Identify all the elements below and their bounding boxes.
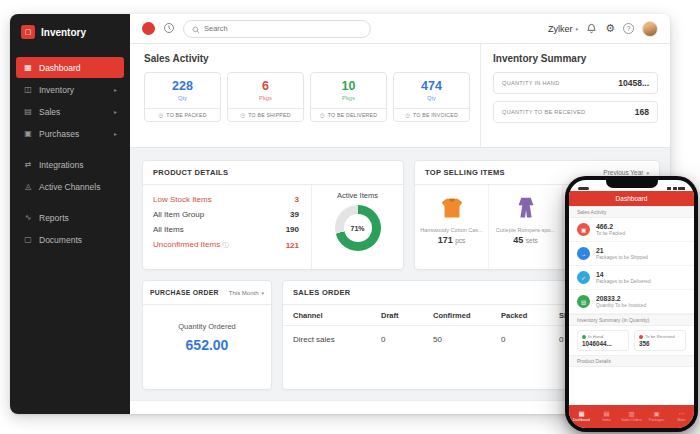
phone-row-value: 20833.2 [596,295,646,304]
phone-mockup: Dashboard Sales Activity ▣ 466.2 To be P… [565,176,698,432]
row-value: 190 [286,225,299,234]
active-items-panel: Active Items 71% [312,185,403,269]
phone-activity-row: ▤ 20833.2 Quantity To be Invoiced [569,290,694,314]
stat-label-text: TO BE INVOICED [413,112,458,118]
stat-card-to-be-delivered[interactable]: 10 Pkgs ◷ TO BE DELIVERED [310,72,387,122]
app-logo: ▢ Inventory [10,14,130,50]
sidebar-item-label: Purchases [39,129,79,139]
to-be-received-box: To be Received 356 [634,330,686,351]
sidebar-item-label: Documents [39,235,82,245]
purchase-order-card: PURCHASE ORDER This Month ▾ Quantity Ord… [142,280,272,390]
col-confirmed: Confirmed [433,311,501,320]
purchases-icon: ▣ [23,129,33,138]
phone-row-label: Packages to be Delivered [596,279,651,284]
stat-label-text: TO BE DELIVERED [328,112,377,118]
sidebar-item-active-channels[interactable]: ◬ Active Channels [16,176,124,197]
row-label: All Items [153,225,184,234]
all-items-row[interactable]: All Items 190 [153,225,299,234]
search-icon [192,20,200,38]
sidebar-item-sales[interactable]: ▤ Sales ▸ [16,101,124,122]
user-avatar[interactable] [642,21,658,37]
period-filter-dropdown[interactable]: Previous Year ▾ [603,169,649,176]
search-box[interactable] [183,20,371,38]
help-icon[interactable]: ? [623,23,634,34]
delivered-icon: ✓ [577,271,590,284]
in-hand-box: In Hand 1046044... [577,330,629,351]
stat-value: 474 [421,80,442,94]
col-channel: Channel [293,311,381,320]
reports-icon: ∿ [23,213,33,222]
chevron-down-icon: ▾ [261,290,264,296]
org-name: Zylker [548,24,573,34]
sales-activity-section: Sales Activity 228 Qty ◷ TO BE PACKED [130,44,480,147]
phone-nav-items: ▤ Items [594,411,619,423]
items-icon: ▤ [603,411,609,418]
phone-app-bar: Dashboard [569,191,694,206]
top-summary-strip: Sales Activity 228 Qty ◷ TO BE PACKED [130,44,670,148]
documents-icon: ▢ [23,235,33,244]
card-header: PRODUCT DETAILS [143,161,403,185]
sidebar-item-reports[interactable]: ∿ Reports [16,207,124,228]
cell-packed: 0 [501,335,559,344]
phone-nav-label: Items [602,418,611,422]
phone-section-product-details: Product Details [569,355,694,367]
sidebar-item-label: Reports [39,213,69,223]
product-qty: 45 sets [513,235,537,245]
donut-percent: 71% [344,214,372,242]
phone-row-text: 466.2 To be Packed [596,223,625,237]
sidebar-item-dashboard[interactable]: ▦ Dashboard [16,57,124,78]
card-title: PURCHASE ORDER [150,289,219,296]
channels-icon: ◬ [23,182,33,191]
stat-value: 10 [342,80,356,94]
phone-row-value: 466.2 [596,223,625,232]
sidebar-item-purchases[interactable]: ▣ Purchases ▸ [16,123,124,144]
row-value: 121 [286,241,299,250]
phone-nav-label: Dashboard [573,418,590,422]
phone-notch [606,180,658,188]
packages-icon: ▣ [653,411,659,418]
stat-card-to-be-invoiced[interactable]: 474 Qty ◷ TO BE INVOICED [393,72,470,122]
sales-icon: ▤ [23,107,33,116]
phone-summary-boxes: In Hand 1046044... To be Received 356 [569,326,694,355]
filter-label: This Month [229,290,259,296]
notifications-bell-icon[interactable] [586,20,597,38]
stat-card-to-be-shipped[interactable]: 6 Pkgs ◷ TO BE SHIPPED [227,72,304,122]
org-switcher[interactable]: Zylker ▾ [548,24,578,34]
top-selling-item[interactable]: Cutiepie Rompers-spo... 45 sets [489,185,563,269]
stat-value: 6 [262,80,269,94]
stat-card-to-be-packed[interactable]: 228 Qty ◷ TO BE PACKED [144,72,221,122]
cell-confirmed: 50 [433,335,501,344]
unconfirmed-items-row[interactable]: Unconfirmed Itemsⓘ 121 [153,240,299,250]
stat-label: ◷ TO BE DELIVERED [311,108,386,121]
info-icon: ⓘ [222,242,228,248]
product-name: Cutiepie Rompers-spo... [496,227,555,233]
stat-unit: Pkgs [259,95,272,101]
phone-row-label: To be Packed [596,231,625,236]
quick-create-button[interactable] [142,22,155,35]
sidebar-item-documents[interactable]: ▢ Documents [16,229,124,250]
to-be-received-value: 356 [639,340,681,347]
search-input[interactable] [204,24,362,33]
all-item-group-row[interactable]: All Item Group 39 [153,210,299,219]
recent-history-icon[interactable] [163,20,175,38]
sidebar-item-label: Active Channels [39,182,100,192]
app-logo-icon: ▢ [21,25,35,39]
phone-row-value: 21 [596,247,648,256]
stat-label: ◷ TO BE INVOICED [394,108,469,121]
product-qty: 171 pcs [438,235,466,245]
top-selling-item[interactable]: Hanswoody Cotton Cas... 171 pcs [415,185,489,269]
low-stock-row[interactable]: Low Stock Items 3 [153,195,299,204]
signal-icon [667,187,671,190]
phone-nav-label: Packages [649,418,664,422]
chevron-down-icon: ▾ [576,26,579,32]
phone-row-text: 21 Packages to be Shipped [596,247,648,261]
phone-section-sales-activity: Sales Activity [569,206,694,218]
settings-gear-icon[interactable]: ⚙ [605,23,615,34]
sidebar-item-integrations[interactable]: ⇄ Integrations [16,154,124,175]
phone-row-value: 14 [596,271,651,280]
card-header: PURCHASE ORDER This Month ▾ [143,281,271,305]
card-title: SALES ORDER [293,288,350,297]
phone-nav-dashboard: ▦ Dashboard [569,411,594,423]
sidebar-item-inventory[interactable]: ◫ Inventory ▸ [16,79,124,100]
period-filter-dropdown[interactable]: This Month ▾ [229,290,264,296]
